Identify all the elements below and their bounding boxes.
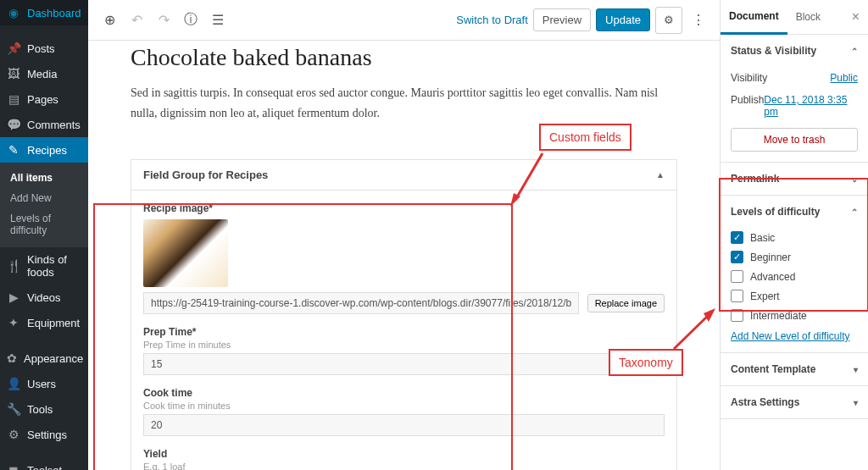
- page-icon: ▤: [7, 92, 20, 106]
- subnav-all-items[interactable]: All items: [0, 168, 88, 188]
- nav-recipes[interactable]: ✎Recipes: [0, 137, 88, 163]
- level-label: Intermediate: [750, 310, 807, 322]
- nav-kinds[interactable]: 🍴Kinds of foods: [0, 247, 88, 285]
- replace-image-button[interactable]: Replace image: [587, 294, 665, 312]
- equipment-icon: ✦: [7, 316, 20, 329]
- checkbox-icon[interactable]: ✓: [731, 231, 743, 244]
- redo-button[interactable]: ↷: [153, 9, 175, 31]
- status-visibility-section: Status & Visibility⌃ VisibilityPublic Pu…: [721, 35, 868, 163]
- food-icon: 🍴: [7, 259, 20, 273]
- level-checkbox-expert[interactable]: Expert: [731, 286, 858, 306]
- annotation-custom-fields-label: Custom fields: [539, 124, 632, 151]
- nav-recipes-submenu: All items Add New Levels of difficulty: [0, 163, 88, 247]
- chevron-down-icon: ▾: [854, 365, 858, 374]
- tools-icon: 🔧: [7, 402, 20, 416]
- level-checkbox-basic[interactable]: ✓Basic: [731, 228, 858, 247]
- field-group-metabox: Field Group for Recipes ▲ Recipe image* …: [131, 159, 677, 470]
- checkbox-icon[interactable]: ✓: [731, 251, 743, 263]
- video-icon: ▶: [7, 290, 20, 304]
- appearance-icon: ✿: [7, 351, 17, 365]
- cook-time-label: Cook time: [143, 387, 665, 399]
- cook-time-input[interactable]: [143, 414, 665, 436]
- metabox-header[interactable]: Field Group for Recipes ▲: [131, 160, 676, 191]
- nav-settings[interactable]: ⚙Settings: [0, 422, 88, 447]
- update-button[interactable]: Update: [596, 8, 650, 31]
- nav-toolset[interactable]: ◼Toolset: [0, 457, 88, 470]
- nav-videos[interactable]: ▶Videos: [0, 285, 88, 310]
- visibility-value[interactable]: Public: [830, 72, 858, 84]
- sidebar-panel: Document Block × Status & Visibility⌃ Vi…: [720, 0, 868, 470]
- recipes-icon: ✎: [7, 143, 20, 157]
- level-checkbox-advanced[interactable]: Advanced: [731, 267, 858, 286]
- levels-header[interactable]: Levels of difficulty⌃: [721, 196, 868, 228]
- settings-icon: ⚙: [7, 428, 20, 441]
- yield-label: Yield: [143, 448, 665, 460]
- pin-icon: 📌: [7, 41, 20, 55]
- nav-comments[interactable]: 💬Comments: [0, 112, 88, 137]
- level-checkbox-beginner[interactable]: ✓Beginner: [731, 247, 858, 267]
- level-checkbox-intermediate[interactable]: Intermediate: [731, 306, 858, 325]
- nav-appearance[interactable]: ✿Appearance: [0, 346, 88, 371]
- chevron-up-icon: ▲: [656, 170, 665, 180]
- undo-button[interactable]: ↶: [125, 9, 147, 31]
- yield-field: Yield E.g. 1 loaf: [143, 448, 665, 470]
- publish-value[interactable]: Dec 11, 2018 3:35 pm: [764, 94, 858, 118]
- preview-button[interactable]: Preview: [533, 8, 591, 31]
- nav-media[interactable]: 🖼Media: [0, 61, 88, 86]
- chevron-up-icon: ⌃: [851, 207, 858, 217]
- post-body[interactable]: Sed in sagittis turpis. In consequat ero…: [131, 83, 677, 124]
- add-block-button[interactable]: ⊕: [98, 9, 120, 31]
- visibility-key: Visibility: [731, 72, 767, 84]
- nav-dashboard[interactable]: ◉Dashboard: [0, 0, 88, 25]
- level-label: Advanced: [750, 271, 795, 283]
- move-trash-button[interactable]: Move to trash: [731, 128, 858, 152]
- recipe-image-preview[interactable]: [143, 219, 228, 287]
- settings-gear-button[interactable]: ⚙: [655, 7, 682, 34]
- close-panel-button[interactable]: ×: [843, 9, 868, 25]
- status-visibility-header[interactable]: Status & Visibility⌃: [721, 35, 868, 67]
- recipe-image-url[interactable]: [143, 292, 579, 314]
- levels-section: Levels of difficulty⌃ ✓Basic✓BeginnerAdv…: [721, 196, 868, 353]
- yield-desc: E.g. 1 loaf: [143, 462, 665, 470]
- panel-tabs: Document Block ×: [721, 0, 868, 35]
- recipe-image-field: Recipe image* Replace image: [143, 202, 665, 314]
- editor-topbar: ⊕ ↶ ↷ ⓘ ☰ Switch to Draft Preview Update…: [88, 0, 720, 41]
- chevron-down-icon: ⌄: [851, 174, 858, 184]
- nav-users[interactable]: 👤Users: [0, 371, 88, 396]
- recipe-image-label: Recipe image*: [143, 202, 665, 214]
- nav-equipment[interactable]: ✦Equipment: [0, 310, 88, 335]
- outline-button[interactable]: ☰: [207, 9, 229, 31]
- content-template-header[interactable]: Content Template▾: [721, 353, 868, 385]
- chevron-down-icon: ▾: [854, 398, 858, 407]
- dashboard-icon: ◉: [7, 6, 20, 19]
- post-title[interactable]: Chocolate baked bananas: [131, 44, 677, 71]
- editor-content: Chocolate baked bananas Sed in sagittis …: [88, 41, 720, 470]
- level-label: Expert: [750, 290, 780, 302]
- prep-time-input[interactable]: [143, 353, 665, 375]
- info-button[interactable]: ⓘ: [180, 9, 202, 31]
- nav-tools[interactable]: 🔧Tools: [0, 396, 88, 422]
- chevron-up-icon: ⌃: [851, 47, 858, 56]
- publish-key: Publish: [731, 94, 764, 118]
- media-icon: 🖼: [7, 67, 20, 80]
- toolset-icon: ◼: [7, 463, 20, 470]
- checkbox-icon[interactable]: [731, 290, 743, 302]
- switch-draft-link[interactable]: Switch to Draft: [456, 14, 528, 26]
- add-level-link[interactable]: Add New Level of difficulty: [731, 325, 850, 342]
- subnav-levels[interactable]: Levels of difficulty: [0, 208, 88, 241]
- subnav-add-new[interactable]: Add New: [0, 188, 88, 208]
- checkbox-icon[interactable]: [731, 309, 743, 322]
- level-label: Basic: [750, 232, 775, 244]
- checkbox-icon[interactable]: [731, 270, 743, 283]
- tab-block[interactable]: Block: [787, 1, 829, 33]
- nav-pages[interactable]: ▤Pages: [0, 86, 88, 112]
- prep-time-desc: Prep Time in minutes: [143, 340, 665, 350]
- cook-time-field: Cook time Cook time in minutes: [143, 387, 665, 436]
- permalink-header[interactable]: Permalink⌄: [721, 163, 868, 195]
- more-menu-button[interactable]: ⋮: [687, 9, 709, 31]
- cook-time-desc: Cook time in minutes: [143, 401, 665, 411]
- nav-posts[interactable]: 📌Posts: [0, 36, 88, 61]
- tab-document[interactable]: Document: [721, 0, 787, 35]
- astra-header[interactable]: Astra Settings▾: [721, 386, 868, 418]
- comment-icon: 💬: [7, 118, 20, 131]
